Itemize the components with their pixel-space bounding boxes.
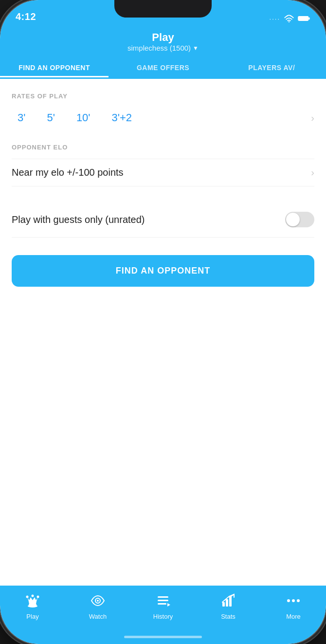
rate-3min[interactable]: 3' <box>12 108 31 128</box>
svg-rect-2 <box>308 18 310 19</box>
history-icon <box>156 593 170 610</box>
svg-point-6 <box>32 595 34 597</box>
queen-icon <box>25 593 40 610</box>
tab-players-available[interactable]: PLAYERS AV/ <box>217 58 326 77</box>
svg-rect-15 <box>226 599 228 607</box>
status-icons: ···· <box>270 15 310 22</box>
elo-section: OPPONENT ELO Near my elo +/-100 points › <box>12 144 314 186</box>
guest-toggle-label: Play with guests only (unrated) <box>12 214 145 225</box>
rates-chevron-icon[interactable]: › <box>311 112 314 124</box>
nav-label-watch: Watch <box>89 613 107 620</box>
tab-find-opponent[interactable]: FIND AN OPPONENT <box>0 58 109 77</box>
phone-frame: 4:12 ···· Play simple <box>0 0 326 644</box>
username-text: simplechess (1500) <box>127 44 191 52</box>
elo-row[interactable]: Near my elo +/-100 points › <box>12 159 314 186</box>
elo-chevron-icon[interactable]: › <box>311 167 314 178</box>
phone-screen: 4:12 ···· Play simple <box>0 0 326 644</box>
bottom-nav: Play Watch <box>0 586 326 644</box>
header: Play simplechess (1500) ▼ <box>0 26 326 58</box>
battery-icon <box>298 15 310 22</box>
stats-icon <box>221 593 235 610</box>
nav-label-play: Play <box>26 613 38 620</box>
nav-item-more[interactable]: More <box>261 591 326 620</box>
rate-options-row: 3' 5' 10' 3'+2 › <box>12 108 314 128</box>
svg-rect-16 <box>229 596 232 607</box>
dropdown-arrow-icon: ▼ <box>193 45 199 52</box>
nav-item-stats[interactable]: Stats <box>196 591 261 620</box>
nav-item-history[interactable]: History <box>130 591 196 620</box>
guest-toggle-row: Play with guests only (unrated) <box>12 202 314 238</box>
elo-value: Near my elo +/-100 points <box>12 167 124 178</box>
main-content: RATES OF PLAY 3' 5' 10' 3'+2 › OPPONENT … <box>0 79 326 365</box>
wifi-icon <box>284 15 294 22</box>
rate-3min2[interactable]: 3'+2 <box>106 108 138 128</box>
rate-10min[interactable]: 10' <box>71 108 96 128</box>
home-bar <box>124 636 202 638</box>
header-title: Play <box>10 31 316 44</box>
svg-point-5 <box>26 596 29 598</box>
svg-rect-1 <box>298 17 308 21</box>
svg-marker-13 <box>167 603 170 607</box>
signal-dots-icon: ···· <box>270 15 280 22</box>
rate-options: 3' 5' 10' 3'+2 <box>12 108 311 128</box>
svg-point-19 <box>297 599 300 602</box>
find-opponent-button[interactable]: FIND AN OPPONENT <box>12 255 314 287</box>
top-tabs: FIND AN OPPONENT GAME OFFERS PLAYERS AV/ <box>0 58 326 79</box>
svg-rect-10 <box>158 596 168 598</box>
nav-item-play[interactable]: Play <box>0 591 65 620</box>
nav-label-history: History <box>153 613 173 620</box>
eye-icon <box>91 593 105 610</box>
svg-rect-12 <box>158 603 166 605</box>
svg-point-9 <box>97 600 99 602</box>
svg-rect-4 <box>29 604 36 606</box>
svg-point-17 <box>287 599 290 602</box>
tab-game-offers[interactable]: GAME OFFERS <box>109 58 217 77</box>
svg-rect-11 <box>158 600 168 601</box>
rates-label: RATES OF PLAY <box>12 92 314 100</box>
header-subtitle[interactable]: simplechess (1500) ▼ <box>10 44 316 58</box>
svg-point-18 <box>292 599 295 602</box>
nav-label-stats: Stats <box>221 613 235 620</box>
svg-rect-14 <box>222 602 225 607</box>
notch <box>114 0 212 18</box>
elo-label: OPPONENT ELO <box>12 144 314 151</box>
svg-point-0 <box>289 21 290 22</box>
nav-label-more: More <box>286 613 301 620</box>
rate-5min[interactable]: 5' <box>41 108 60 128</box>
guest-toggle-switch[interactable] <box>285 212 314 227</box>
svg-point-7 <box>37 596 39 598</box>
status-time: 4:12 <box>16 11 36 22</box>
nav-item-watch[interactable]: Watch <box>65 591 130 620</box>
dots-icon <box>286 593 301 610</box>
rates-section: RATES OF PLAY 3' 5' 10' 3'+2 › <box>12 92 314 128</box>
